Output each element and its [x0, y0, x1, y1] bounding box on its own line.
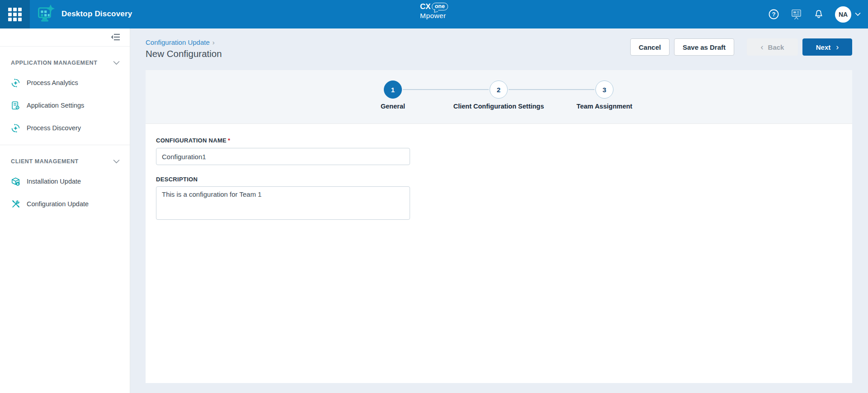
required-asterisk: *: [228, 137, 230, 144]
step-team-assignment[interactable]: 3 Team Assignment: [550, 70, 659, 110]
sidebar-item-label: Process Analytics: [27, 79, 78, 86]
sidebar-item-application-settings[interactable]: Application Settings: [0, 94, 130, 117]
cxone-mpower-logo: CXone Mpower: [420, 3, 448, 19]
step-client-configuration-settings[interactable]: 2 Client Configuration Settings: [444, 70, 553, 110]
avatar: NA: [835, 6, 851, 23]
breadcrumb-link[interactable]: Configuration Update: [146, 38, 210, 46]
sidebar-item-label: Process Discovery: [27, 124, 81, 132]
help-button[interactable]: ?: [768, 9, 779, 20]
breadcrumb[interactable]: Configuration Update›: [146, 38, 215, 46]
step-label: Client Configuration Settings: [444, 103, 553, 110]
navbar-actions: ?: [768, 0, 861, 28]
app-title: Desktop Discovery: [61, 9, 132, 19]
app-launcher-button[interactable]: [0, 0, 30, 28]
sidebar-item-process-analytics[interactable]: Process Analytics: [0, 71, 130, 94]
presentation-board-icon: [790, 8, 802, 20]
logo-mpower-text: Mpower: [420, 12, 448, 19]
sidebar-divider: [0, 145, 130, 145]
section-label: APPLICATION MANAGEMENT: [11, 60, 97, 66]
wizard-stepper: 1 General 2 Client Configuration Setting…: [146, 70, 852, 124]
sidebar-collapse-row: [0, 28, 130, 47]
app-brand: Desktop Discovery: [34, 3, 132, 25]
installation-update-icon: [11, 177, 20, 186]
logo-cx-text: CX: [420, 3, 431, 11]
sidebar-item-label: Configuration Update: [27, 200, 89, 208]
top-navbar: Desktop Discovery CXone Mpower ?: [0, 0, 868, 28]
sidebar-items-group: Process Analytics Application Settings: [0, 71, 130, 139]
desktop-discovery-app: Desktop Discovery CXone Mpower ?: [0, 0, 868, 393]
sidebar-item-configuration-update[interactable]: Configuration Update: [0, 193, 130, 215]
step-circle: 3: [595, 80, 613, 99]
bell-icon: [813, 9, 824, 20]
description-textarea[interactable]: This is a configuration for Team 1: [156, 186, 410, 220]
sidebar-section-application-management[interactable]: APPLICATION MANAGEMENT: [0, 60, 130, 66]
cancel-button[interactable]: Cancel: [630, 38, 670, 56]
sidebar-items-group: Installation Update Configuration Update: [0, 170, 130, 215]
configuration-name-label: CONFIGURATION NAME*: [156, 137, 230, 144]
step-general[interactable]: 1 General: [339, 70, 447, 110]
sidebar-item-label: Installation Update: [27, 178, 81, 185]
description-label: DESCRIPTION: [156, 176, 852, 183]
sidebar-section-client-management[interactable]: CLIENT MANAGEMENT: [0, 158, 130, 165]
back-label: Back: [768, 43, 784, 51]
next-label: Next: [816, 43, 831, 51]
step-label: Team Assignment: [550, 103, 659, 110]
step-label: General: [339, 103, 447, 110]
notifications-button[interactable]: [813, 9, 824, 20]
collapse-menu-icon: [110, 33, 121, 42]
sidebar-item-process-discovery[interactable]: Process Discovery: [0, 117, 130, 139]
help-icon: ?: [768, 9, 779, 20]
desktop-discovery-icon: [34, 4, 55, 24]
back-button[interactable]: ‹ Back: [747, 38, 798, 56]
general-form: CONFIGURATION NAME* DESCRIPTION This is …: [146, 124, 852, 220]
chevron-left-icon: ‹: [761, 43, 764, 51]
sidebar-item-installation-update[interactable]: Installation Update: [0, 170, 130, 193]
chevron-down-icon: [855, 12, 861, 16]
application-settings-icon: [11, 101, 20, 110]
page-title: New Configuration: [146, 48, 222, 59]
breadcrumb-separator: ›: [212, 38, 215, 46]
step-circle: 2: [490, 80, 508, 99]
collapse-sidebar-button[interactable]: [110, 33, 121, 43]
process-discovery-icon: [11, 123, 20, 133]
wizard-card: 1 General 2 Client Configuration Setting…: [146, 70, 852, 383]
next-button[interactable]: Next ›: [802, 38, 852, 56]
logo-one-bubble: one: [432, 3, 448, 10]
step-circle: 1: [384, 80, 402, 99]
chevron-right-icon: ›: [836, 43, 839, 51]
sidebar-item-label: Application Settings: [27, 102, 84, 109]
waffle-grid-icon: [8, 8, 22, 21]
save-as-draft-button[interactable]: Save as Draft: [674, 38, 734, 56]
configuration-name-input[interactable]: [156, 148, 410, 165]
chevron-down-icon: [113, 159, 120, 164]
whats-new-button[interactable]: [790, 8, 802, 20]
process-analytics-icon: [11, 78, 20, 88]
configuration-update-icon: [11, 199, 20, 209]
sidebar: APPLICATION MANAGEMENT Process Analytics: [0, 28, 130, 393]
svg-text:?: ?: [772, 11, 776, 18]
header-buttons: Cancel Save as Draft ‹ Back Next ›: [630, 38, 852, 56]
section-label: CLIENT MANAGEMENT: [11, 158, 79, 165]
chevron-down-icon: [113, 61, 120, 65]
user-menu[interactable]: NA: [835, 6, 861, 23]
main-content: Configuration Update› New Configuration …: [130, 28, 868, 393]
